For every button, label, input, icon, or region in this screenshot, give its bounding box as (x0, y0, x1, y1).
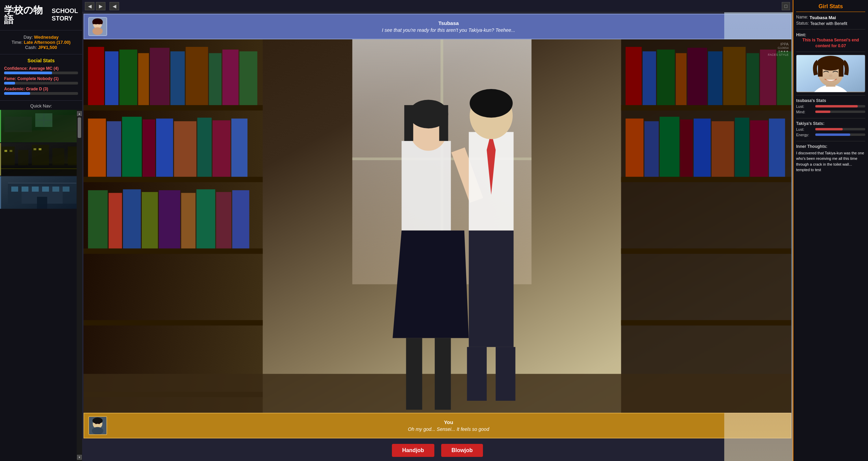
svg-rect-99 (401, 141, 451, 231)
svg-rect-63 (108, 193, 122, 248)
svg-rect-94 (769, 118, 785, 177)
svg-rect-80 (687, 48, 707, 105)
scroll-up-btn[interactable]: ▲ (77, 111, 82, 116)
svg-rect-103 (439, 105, 448, 141)
takiya-stats-section: Takiya's Stats: Lust: Energy: (796, 121, 865, 141)
scroll-thumb[interactable] (78, 117, 81, 138)
inner-thoughts-section: Inner Thoughts: I discovered that Takiya… (796, 144, 865, 458)
tsubasa-mind-label: Mind: (796, 110, 813, 114)
svg-rect-62 (88, 190, 108, 248)
nav-items: MY BEDROOM (0, 110, 77, 461)
hint-section: Hint: This is Tsubasa Sensei's end conte… (796, 32, 865, 52)
svg-rect-48 (170, 51, 185, 105)
svg-rect-39 (84, 177, 263, 182)
svg-rect-49 (186, 47, 208, 105)
svg-point-126 (829, 74, 832, 77)
svg-point-109 (470, 89, 513, 118)
svg-rect-18 (39, 148, 41, 150)
svg-rect-60 (213, 120, 230, 177)
svg-rect-17 (34, 148, 36, 150)
back-button[interactable]: ◀ (85, 2, 94, 10)
tsubasa-stats-title: tsubasa's Stats (796, 98, 865, 103)
dialogue-top[interactable]: Tsubasa I see that you're ready for this… (84, 14, 791, 39)
svg-rect-72 (621, 105, 791, 111)
svg-rect-110 (469, 231, 514, 347)
fame-stat: Fame: Complete Nobody (1) (4, 76, 78, 85)
svg-rect-125 (839, 60, 844, 76)
mc-dialogue-text: Oh my god... Sensei... It feels so good (111, 426, 787, 432)
day-value: Wednesday (34, 35, 59, 40)
svg-rect-24 (32, 187, 39, 192)
svg-rect-55 (122, 117, 142, 177)
tsubasa-lust-row: Lust: (796, 104, 865, 108)
svg-rect-40 (84, 248, 263, 254)
svg-rect-86 (626, 118, 643, 177)
scroll-down-btn[interactable]: ▼ (77, 455, 82, 460)
dialogue-bottom[interactable]: You Oh my god... Sensei... It feels so g… (84, 413, 791, 438)
svg-rect-14 (68, 146, 77, 165)
takiya-lust-bar-fill (815, 128, 843, 130)
svg-rect-73 (621, 177, 791, 182)
takiya-stats-title: Takiya's Stats: (796, 121, 865, 126)
mc-speaker: You (111, 419, 787, 425)
svg-rect-77 (642, 51, 656, 105)
takiya-energy-bar-fill (815, 133, 850, 136)
tsubasa-dialogue-content: Tsubasa I see that you're ready for this… (111, 20, 787, 33)
tsubasa-avatar-img (89, 18, 106, 35)
svg-rect-52 (239, 51, 257, 105)
svg-rect-43 (88, 47, 104, 105)
logo-jp: 学校の物語 (4, 5, 48, 25)
svg-rect-85 (777, 51, 791, 105)
svg-rect-82 (723, 47, 745, 105)
svg-rect-89 (680, 119, 693, 177)
nav-item-streets[interactable]: THE STREETS (0, 143, 77, 176)
tsubasa-mind-row: Mind: (796, 110, 865, 114)
svg-rect-102 (404, 105, 413, 141)
scroll-track[interactable]: ▲ ▼ (77, 110, 82, 461)
svg-rect-81 (708, 51, 723, 105)
svg-rect-46 (138, 53, 149, 105)
tsubasa-dialogue-text: I see that you're ready for this aren't … (111, 27, 787, 33)
academic-stat: Academic: Grade D (3) (4, 87, 78, 95)
tsubasa-avatar-top (88, 17, 107, 36)
menu-button[interactable]: ◀ (110, 2, 119, 10)
svg-rect-66 (159, 190, 180, 248)
svg-rect-91 (712, 121, 734, 177)
scene-watermark: IPPA G10654 S★★★ FACES STYLE (768, 42, 789, 56)
svg-rect-54 (107, 121, 121, 177)
svg-rect-78 (657, 50, 675, 105)
nav-item-school[interactable]: SCHOOL (0, 176, 77, 209)
choice-handjob-button[interactable]: Handjob (392, 444, 434, 457)
forward-button[interactable]: ▶ (96, 2, 105, 10)
svg-rect-105 (406, 338, 422, 410)
bedroom-bg (1, 110, 77, 142)
svg-rect-51 (222, 50, 239, 105)
right-panel-title: Girl Stats (796, 3, 865, 12)
svg-rect-38 (84, 105, 263, 111)
window-button[interactable]: □ (782, 2, 790, 10)
tsubasa-stats-section: tsubasa's Stats Lust: Mind: (796, 98, 865, 118)
svg-rect-65 (142, 192, 158, 248)
choice-blowjob-button[interactable]: Blowjob (441, 444, 483, 457)
svg-rect-79 (676, 53, 686, 105)
svg-rect-83 (746, 53, 759, 105)
academic-label: Academic: Grade D (3) (4, 87, 78, 91)
svg-point-117 (95, 423, 97, 424)
cash-label: Cash: (25, 45, 37, 50)
svg-rect-25 (42, 187, 49, 192)
quick-nav-title: Quick Nav: (0, 101, 82, 110)
mc-avatar-bottom (88, 416, 107, 435)
right-panel: Girl Stats Name: Tsubasa Mai Status: Tea… (793, 0, 868, 461)
girl-photo-section (796, 55, 865, 95)
svg-rect-11 (18, 150, 28, 165)
takiya-lust-bar-bg (815, 128, 865, 130)
svg-rect-111 (467, 347, 487, 401)
sidebar-header: 学校の物語 SCHOOL STORY (0, 0, 82, 30)
tsubasa-mind-bar-bg (815, 111, 865, 113)
svg-rect-50 (209, 53, 221, 105)
nav-item-bedroom[interactable]: MY BEDROOM (0, 110, 77, 142)
svg-rect-74 (621, 248, 791, 254)
svg-rect-106 (435, 338, 451, 410)
svg-rect-59 (197, 118, 212, 177)
fame-bar-bg (4, 82, 78, 85)
